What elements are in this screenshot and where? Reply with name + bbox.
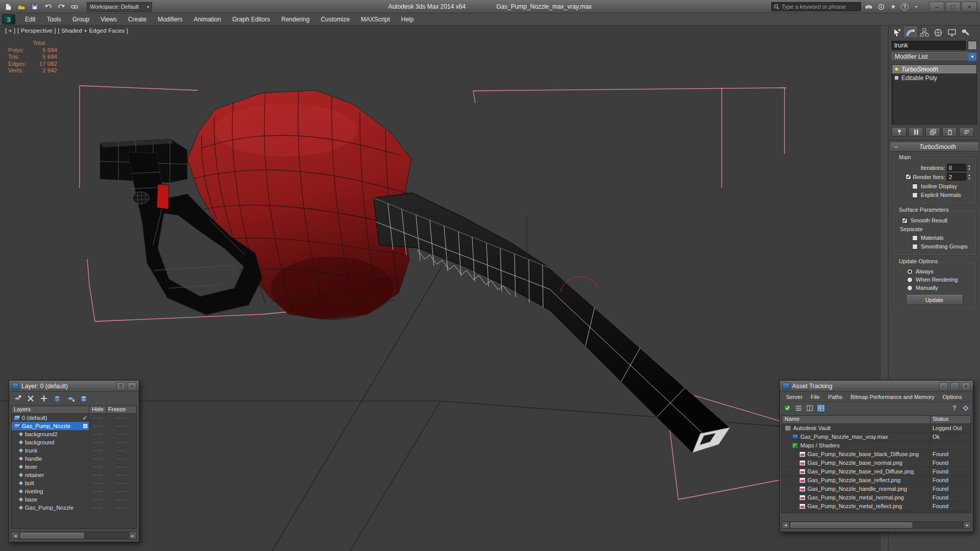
search-input[interactable]: Type a keyword or phrase <box>771 2 861 11</box>
remove-modifier-button[interactable] <box>942 127 957 137</box>
object-name-field[interactable]: trunk <box>892 41 966 50</box>
asset-minimize-button[interactable]: – <box>939 382 948 390</box>
asset-tracking-titlebar[interactable]: Asset Tracking – □ × <box>780 381 973 392</box>
render-iters-field[interactable]: 2 <box>947 173 966 181</box>
layer-row[interactable]: retainer---------- <box>12 471 136 479</box>
application-menu-button[interactable]: 3 <box>2 14 15 24</box>
menu-item-maxscript[interactable]: MAXScript <box>355 14 396 25</box>
view-list-icon[interactable] <box>794 404 803 412</box>
asset-row[interactable]: Gas_Pump_Nozzle_handle_normal.pngFound <box>782 485 971 493</box>
layer-hide-toggle[interactable]: ----- <box>89 495 107 504</box>
layer-hide-toggle[interactable]: ----- <box>89 504 107 512</box>
open-file-button[interactable] <box>16 2 27 12</box>
layer-freeze-toggle[interactable]: ----- <box>107 463 136 471</box>
favorites-star-icon[interactable]: ★ <box>889 2 898 11</box>
configure-modifier-sets-button[interactable] <box>959 127 974 137</box>
view-details-icon[interactable] <box>816 404 825 412</box>
asset-row[interactable]: Gas_Pump_Nozzle_metal_reflect.pngFound <box>782 502 971 511</box>
menu-item-views[interactable]: Views <box>95 14 122 25</box>
asset-help-icon[interactable]: ? <box>950 404 959 412</box>
layer-row[interactable]: base---------- <box>12 495 136 504</box>
tab-hierarchy[interactable] <box>918 27 930 38</box>
scroll-left-arrow[interactable]: ◂ <box>782 522 790 528</box>
close-button[interactable]: × <box>962 2 977 12</box>
layer-freeze-toggle[interactable]: ----- <box>107 487 136 495</box>
update-option-radio-manually[interactable] <box>907 285 913 291</box>
binoculars-icon[interactable] <box>864 2 873 11</box>
new-layer-button[interactable] <box>12 393 22 404</box>
render-iters-spinner[interactable]: ▲▼ <box>968 173 973 181</box>
render-iters-checkbox[interactable] <box>905 174 911 180</box>
modifier-list-dropdown[interactable]: Modifier List <box>892 52 968 61</box>
isoline-display-checkbox[interactable] <box>912 184 918 189</box>
new-file-button[interactable] <box>3 2 13 12</box>
layer-freeze-toggle[interactable]: ----- <box>107 495 136 504</box>
show-end-result-button[interactable] <box>909 127 923 137</box>
layer-dialog-titlebar[interactable]: Layer: 0 (default) ? × <box>9 381 139 392</box>
layer-row[interactable]: riveting---------- <box>12 487 136 495</box>
layer-hide-toggle[interactable]: ----- <box>89 471 107 479</box>
viewport-label[interactable]: [ + ] [ Perspective ] [ Shaded + Edged F… <box>5 28 128 34</box>
layer-hide-toggle[interactable]: ----- <box>89 487 107 495</box>
asset-row[interactable]: Autodesk VaultLogged Out <box>782 424 971 433</box>
minimize-button[interactable]: – <box>929 2 944 12</box>
maximize-button[interactable]: □ <box>945 2 961 12</box>
layer-dialog-help-button[interactable]: ? <box>116 382 125 390</box>
layer-row[interactable]: 0 (default)✓---------- <box>12 414 136 422</box>
layer-hide-toggle[interactable]: ----- <box>89 446 107 455</box>
scene-link-button[interactable] <box>69 2 80 12</box>
layer-row[interactable]: bolt---------- <box>12 479 136 487</box>
asset-close-button[interactable]: × <box>962 382 970 390</box>
asset-row[interactable]: Gas_Pump_Nozzle_base_normal.pngFound <box>782 459 971 467</box>
menu-item-modifiers[interactable]: Modifiers <box>152 14 188 25</box>
iterations-spinner[interactable]: ▲▼ <box>968 164 973 171</box>
layer-freeze-toggle[interactable]: ----- <box>107 471 136 479</box>
layer-row[interactable]: handle---------- <box>12 455 136 463</box>
make-unique-button[interactable] <box>925 127 940 137</box>
asset-row[interactable]: Gas_Pump_Nozzle_metal_normal.pngFound <box>782 493 971 502</box>
asset-row[interactable]: Gas_Pump_Nozzle_base_reflect.pngFound <box>782 476 971 485</box>
layer-freeze-toggle[interactable]: ----- <box>107 479 136 487</box>
asset-row[interactable]: Gas_Pump_Nozzle_max_vray.maxOk <box>782 433 971 441</box>
menu-item-rendering[interactable]: Rendering <box>276 14 315 25</box>
update-option-radio-when-rendering[interactable] <box>907 277 913 283</box>
menu-item-customize[interactable]: Customize <box>315 14 355 25</box>
scroll-right-arrow[interactable]: ▸ <box>129 532 136 539</box>
nozzle-spout[interactable] <box>374 193 730 453</box>
scrollbar-thumb[interactable] <box>791 522 912 528</box>
layer-row[interactable]: background---------- <box>12 438 136 446</box>
view-columns-icon[interactable] <box>805 404 814 412</box>
undo-button[interactable] <box>43 2 53 12</box>
workspace-dropdown[interactable]: Workspace: Default ▾ <box>87 2 152 12</box>
layer-freeze-toggle[interactable]: ----- <box>107 438 136 446</box>
scroll-left-arrow[interactable]: ◂ <box>12 532 19 539</box>
scrollbar-thumb[interactable] <box>20 533 84 538</box>
asset-settings-icon[interactable] <box>961 404 970 412</box>
modifier-stack-item[interactable]: TurboSmooth <box>892 65 976 73</box>
layer-dialog-close-button[interactable]: × <box>128 382 136 390</box>
object-color-swatch[interactable] <box>968 41 977 50</box>
pin-stack-button[interactable] <box>892 127 906 137</box>
refresh-view-icon[interactable] <box>782 404 792 412</box>
modifier-list-arrow[interactable]: ▼ <box>968 52 977 61</box>
redo-button[interactable] <box>56 2 66 12</box>
tab-motion[interactable] <box>932 27 944 38</box>
update-button[interactable]: Update <box>906 295 963 305</box>
asset-row[interactable]: Gas_Pump_Nozzle_base_black_Diffuse.pngFo… <box>782 450 971 459</box>
explicit-normals-checkbox[interactable] <box>912 192 918 198</box>
layer-row[interactable]: Gas_Pump_Nozzle---------- <box>12 504 136 512</box>
asset-row[interactable]: Gas_Pump_Nozzle_base_red_Diffuse.pngFoun… <box>782 467 971 476</box>
set-current-layer-button[interactable] <box>65 393 76 404</box>
tab-create[interactable] <box>891 27 903 38</box>
scroll-right-arrow[interactable]: ▸ <box>963 522 971 528</box>
layer-row[interactable]: trunk---------- <box>12 446 136 455</box>
communication-center-icon[interactable] <box>876 2 886 11</box>
asset-horizontal-scrollbar[interactable]: ◂ ▸ <box>781 521 971 529</box>
layer-freeze-toggle[interactable]: ----- <box>107 446 136 455</box>
layer-row[interactable]: Gas_Pump_Nozzle---------- <box>12 422 136 430</box>
layer-hide-toggle[interactable]: ----- <box>89 455 107 463</box>
layer-freeze-toggle[interactable]: ----- <box>107 504 136 512</box>
save-file-button[interactable] <box>30 2 40 12</box>
layer-hide-toggle[interactable]: ----- <box>89 422 107 430</box>
asset-menu-bitmap-performance-and-memory[interactable]: Bitmap Performance and Memory <box>846 394 938 400</box>
